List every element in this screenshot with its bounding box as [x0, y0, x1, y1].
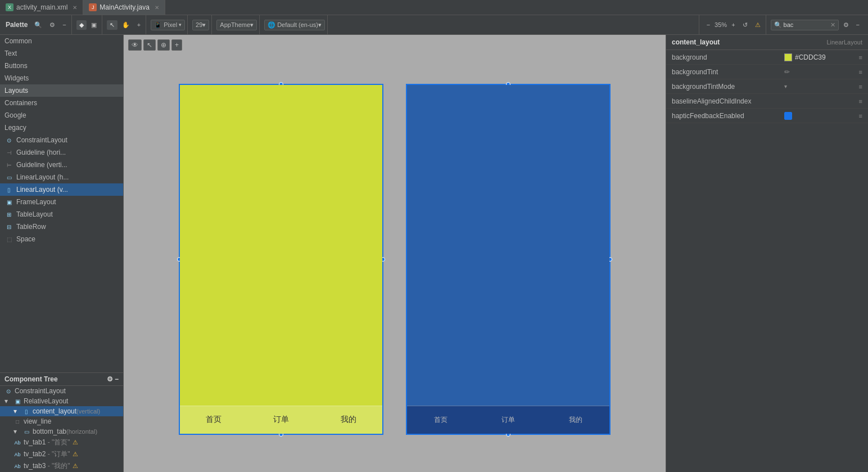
- device-dropdown[interactable]: 📱 Pixel ▾: [151, 20, 185, 30]
- add-btn[interactable]: +: [134, 20, 143, 29]
- search-input[interactable]: [784, 21, 829, 28]
- tree-tv-tab2-label: tv_tab2 - "订单": [24, 449, 70, 459]
- collapse-btn[interactable]: −: [60, 20, 69, 29]
- palette-cat-widgets[interactable]: Widgets: [0, 72, 123, 84]
- palette-cat-text[interactable]: Text: [0, 47, 123, 60]
- palette-item-space[interactable]: ⬚ Space: [0, 233, 123, 245]
- theme-dropdown[interactable]: AppTheme▾: [216, 20, 257, 30]
- background-color-swatch[interactable]: [784, 53, 792, 61]
- tree-item-tv-tab2[interactable]: Ab tv_tab2 - "订单" ⚠: [0, 448, 123, 460]
- tab-activity-main-close[interactable]: ✕: [73, 5, 77, 11]
- tree-tv-tab3-warn: ⚠: [73, 462, 78, 470]
- tree-item-bottom-tab[interactable]: ▾ ▭ bottom_tab(horizontal): [0, 426, 123, 437]
- palette-cat-layouts[interactable]: Layouts: [0, 84, 123, 97]
- pan-btn[interactable]: ✋: [119, 20, 133, 30]
- zoom-fit-btn[interactable]: ↺: [740, 20, 751, 30]
- cursor-btn[interactable]: ↖: [107, 20, 117, 30]
- search-clear-icon[interactable]: ✕: [830, 21, 835, 29]
- attr-hapticfeedback-value: [784, 112, 859, 120]
- attr-background-name: background: [672, 53, 784, 61]
- blue-phone-inner: 首页 订单 我的: [407, 85, 609, 434]
- tree-item-content-layout[interactable]: ▾ ▯ content_layout(vertical): [0, 406, 123, 416]
- blue-tab-home[interactable]: 首页: [407, 406, 474, 434]
- properties-title: content_layout: [672, 38, 720, 46]
- baselineindex-edit-icon[interactable]: ≡: [859, 98, 862, 105]
- backgroundtint-edit-icon[interactable]: ≡: [859, 69, 862, 75]
- tab-bar: X activity_main.xml ✕ J MainActivity.jav…: [0, 0, 868, 15]
- blue-bottom-tabs: 首页 订单 我的: [407, 406, 609, 434]
- attr-baselineindex-name: baselineAlignedChildIndex: [672, 97, 784, 105]
- tab-main-activity[interactable]: J MainActivity.java ✕: [83, 0, 165, 15]
- api-dropdown[interactable]: 29▾: [192, 20, 209, 30]
- blueprint-mode-btn[interactable]: ▣: [88, 20, 100, 30]
- blue-phone[interactable]: 首页 订单 我的: [406, 84, 611, 435]
- theme-label: AppTheme▾: [220, 21, 254, 29]
- yellow-tab-order[interactable]: 订单: [247, 406, 315, 434]
- palette-item-framelayout[interactable]: ▣ FrameLayout: [0, 196, 123, 208]
- blue-tab-order[interactable]: 订单: [474, 406, 542, 434]
- tree-item-tv-tab1[interactable]: Ab tv_tab1 - "首页" ⚠: [0, 437, 123, 448]
- tree-collapse-icon[interactable]: −: [115, 375, 119, 383]
- right-panel: content_layout LinearLayout background #…: [666, 35, 868, 472]
- yellow-phone[interactable]: 首页 订单 我的: [179, 84, 383, 435]
- locale-toolbar-section: 🌐 Default (en-us)▾: [262, 15, 328, 34]
- background-edit-icon[interactable]: ≡: [859, 54, 862, 61]
- tree-indent-7: [4, 462, 13, 470]
- tree-content-layout-icon: ▯: [22, 407, 30, 415]
- locale-dropdown[interactable]: 🌐 Default (en-us)▾: [264, 20, 325, 30]
- tree-item-constraintlayout[interactable]: ⊙ ConstraintLayout: [0, 386, 123, 396]
- palette-item-guideline-v[interactable]: ⊢ Guideline (verti...: [0, 159, 123, 171]
- tab-main-activity-close[interactable]: ✕: [155, 5, 159, 11]
- tab-main-activity-label: MainActivity.java: [100, 3, 149, 11]
- tree-item-relativelayout[interactable]: ▾ ▣ RelativeLayout: [0, 396, 123, 406]
- component-tree-title: Component Tree: [4, 375, 58, 383]
- palette-item-linearlayout-h[interactable]: ▭ LinearLayout (h...: [0, 171, 123, 183]
- palette-item-constraintlayout[interactable]: ⊙ ConstraintLayout: [0, 134, 123, 146]
- palette-cat-buttons[interactable]: Buttons: [0, 60, 123, 72]
- yellow-content-area: [180, 85, 382, 406]
- attr-row-background: background #CDDC39 ≡: [666, 50, 868, 65]
- palette-cat-google[interactable]: Google: [0, 109, 123, 122]
- tree-item-view-line[interactable]: □ view_line: [0, 416, 123, 426]
- design-mode-btn[interactable]: ◆: [76, 20, 87, 30]
- backgroundtintmode-dropdown[interactable]: ▾: [784, 83, 787, 89]
- hapticfeedback-edit-icon[interactable]: ≡: [859, 113, 862, 119]
- palette-cat-common[interactable]: Common: [0, 35, 123, 47]
- settings-btn[interactable]: ⚙: [47, 20, 58, 30]
- tree-constraint-icon: ⊙: [4, 387, 12, 395]
- canvas-eye-btn[interactable]: 👁: [128, 39, 142, 51]
- tree-settings-icon[interactable]: ⚙: [107, 375, 113, 383]
- spacer-section: [330, 15, 699, 34]
- java-icon: J: [89, 3, 97, 11]
- search-close-btn[interactable]: −: [853, 20, 862, 29]
- tree-item-tv-tab3[interactable]: Ab tv_tab3 - "我的" ⚠: [0, 460, 123, 472]
- canvas-cursor-btn[interactable]: ↖: [143, 39, 156, 51]
- palette-item-tablelayout[interactable]: ⊞ TableLayout: [0, 208, 123, 221]
- hapticfeedback-checkbox[interactable]: [784, 112, 792, 120]
- canvas-constraint-btn[interactable]: ⊕: [157, 39, 170, 51]
- yellow-tab-mine[interactable]: 我的: [315, 406, 382, 434]
- device-toolbar-section: 📱 Pixel ▾: [148, 15, 188, 34]
- yellow-tab-home[interactable]: 首页: [180, 406, 247, 434]
- palette-item-tablerow[interactable]: ⊟ TableRow: [0, 221, 123, 233]
- backgroundtintmode-edit-icon[interactable]: ≡: [859, 83, 862, 90]
- guideline-v-icon: ⊢: [4, 160, 13, 169]
- blue-tab-mine[interactable]: 我的: [542, 406, 609, 434]
- zoom-out-btn[interactable]: −: [704, 20, 713, 29]
- canvas-add-btn[interactable]: +: [171, 39, 182, 51]
- canvas-area[interactable]: 👁 ↖ ⊕ + 首页 订单 我的: [124, 35, 666, 472]
- search-btn[interactable]: 🔍: [31, 20, 45, 30]
- palette-item-linearlayout-v[interactable]: ▯ LinearLayout (v...: [0, 183, 123, 196]
- palette-item-guideline-h[interactable]: ⊣ Guideline (hori...: [0, 146, 123, 159]
- tab-activity-main[interactable]: X activity_main.xml ✕: [0, 0, 83, 15]
- warning-btn[interactable]: ⚠: [752, 20, 763, 30]
- search-settings-btn[interactable]: ⚙: [840, 20, 852, 30]
- attr-backgroundtintmode-value: ▾: [784, 83, 859, 89]
- palette-cat-containers[interactable]: Containers: [0, 97, 123, 109]
- locale-icon: 🌐: [268, 21, 275, 29]
- palette-item-tablelayout-label: TableLayout: [16, 210, 53, 218]
- palette-cat-legacy[interactable]: Legacy: [0, 122, 123, 134]
- theme-toolbar-section: AppTheme▾: [214, 15, 260, 34]
- pencil-icon[interactable]: ✏: [784, 68, 790, 76]
- zoom-in-btn[interactable]: +: [729, 20, 738, 29]
